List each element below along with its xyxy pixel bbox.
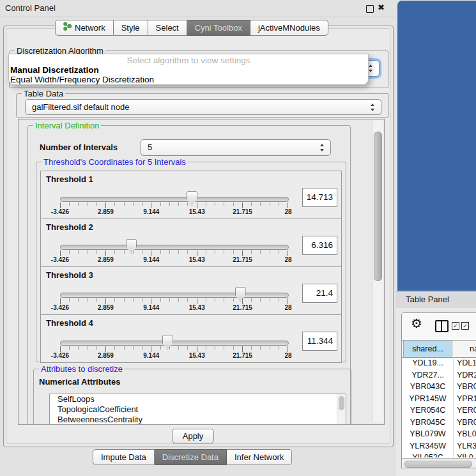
slider-track[interactable] xyxy=(60,197,289,202)
threshold-value-field[interactable]: 14.713 xyxy=(302,188,337,207)
combo-stepper-icon[interactable] xyxy=(368,64,374,73)
table-toolbar: ⚙ ✓ ✓ xyxy=(402,313,476,339)
network-window-frame: GAL80 GA C GAL11 GAL4 GCY1 H HAP2 xyxy=(397,1,476,291)
desktop: Control Panel ✖ Network Style xyxy=(0,0,476,476)
tab-cyni-toolbox[interactable]: Cyni Toolbox xyxy=(187,20,250,36)
cell: YER054C xyxy=(403,404,452,417)
control-panel-title: Control Panel xyxy=(5,3,56,13)
table-rows: YDL19...YDL1 YDR27...YDR2 YBR043CYBR0 YP… xyxy=(402,357,476,457)
slider-track[interactable] xyxy=(60,293,289,298)
thresholds-groupbox: Threshold's Coordinates for 5 Intervals … xyxy=(36,162,346,362)
slider-track[interactable] xyxy=(60,245,289,250)
tick-label: 21.715 xyxy=(224,256,262,263)
tick-label: 15.43 xyxy=(178,304,216,311)
number-of-intervals-combobox[interactable]: 5 xyxy=(141,139,331,156)
close-icon[interactable]: ✖ xyxy=(378,3,385,12)
tab-infer-network[interactable]: Infer Network xyxy=(227,449,292,465)
table-row[interactable]: YDL19...YDL1 xyxy=(402,357,476,369)
checkbox-icon[interactable]: ✓ xyxy=(452,322,459,330)
list-scrollbar[interactable] xyxy=(337,394,346,425)
cell: YBR0 xyxy=(457,381,476,393)
threshold-1-panel: Threshold 1 -3.426 2.859 9.144 15.43 xyxy=(40,171,342,219)
table-row[interactable]: YBR043CYBR0 xyxy=(402,381,476,393)
threshold-value-field[interactable]: 21.4 xyxy=(302,284,337,303)
float-window-icon[interactable] xyxy=(366,5,374,13)
thresholds-legend: Threshold's Coordinates for 5 Intervals xyxy=(42,157,188,167)
scrollbar-thumb[interactable] xyxy=(374,132,382,281)
table-data-combobox[interactable]: galFiltered.sif default node xyxy=(25,99,381,115)
network-graph-icon xyxy=(63,20,72,35)
algorithm-dropdown-popup: Select algorithm to view settings Manual… xyxy=(8,54,369,85)
dropdown-option-equal-width-frequency[interactable]: Equal Width/Frequency Discretization xyxy=(10,75,154,84)
tab-label: Discretize Data xyxy=(162,450,219,464)
threshold-value-field[interactable]: 11.344 xyxy=(302,332,337,351)
threshold-2-panel: Threshold 2 -3.426 2.859 9.144 15.43 xyxy=(40,219,342,267)
column-header-shared-name[interactable]: shared... xyxy=(403,341,452,357)
cyni-bottom-tabbar: Impute Data Discretize Data Infer Networ… xyxy=(93,449,292,465)
numerical-attributes-list[interactable]: SelfLoops TopologicalCoefficient Between… xyxy=(49,394,346,425)
column-header-name[interactable]: na xyxy=(453,341,476,357)
scrollbar-thumb[interactable] xyxy=(339,396,344,410)
tab-style[interactable]: Style xyxy=(114,20,148,36)
cell: YBR0 xyxy=(457,417,476,429)
threshold-panels: Threshold 1 -3.426 2.859 9.144 15.43 xyxy=(40,171,342,363)
tick-label: 28 xyxy=(269,208,307,215)
number-of-intervals-label: Number of Intervals xyxy=(40,142,118,152)
threshold-label: Threshold 1 xyxy=(46,174,93,184)
tick-label: 9.144 xyxy=(132,208,171,215)
settings-scrollbar[interactable] xyxy=(372,120,383,422)
tick-label: 21.715 xyxy=(224,352,262,359)
table-window: ⚙ ✓ ✓ shared... na YDL19...YDL1 YDR27...… xyxy=(401,312,476,468)
tick-label: 21.715 xyxy=(224,208,262,215)
cell: YBL0 xyxy=(457,428,476,440)
list-item[interactable]: SelfLoops xyxy=(50,394,346,404)
cell: YIL052C xyxy=(403,452,452,457)
tab-network[interactable]: Network xyxy=(55,20,114,36)
tick-label: 2.859 xyxy=(86,256,125,263)
slider-track[interactable] xyxy=(60,341,289,346)
threshold-3-panel: Threshold 3 -3.426 2.859 9.144 15.43 xyxy=(40,266,342,315)
combo-stepper-icon[interactable] xyxy=(370,103,376,112)
table-data-value: galFiltered.sif default node xyxy=(32,100,129,114)
cell: YBL079W xyxy=(403,428,452,440)
tick-label: 21.715 xyxy=(224,304,262,311)
list-item[interactable]: TopologicalCoefficient xyxy=(50,404,346,415)
tab-jactivemnodules[interactable]: jActiveMNodules xyxy=(250,20,328,36)
threshold-value-field[interactable]: 6.316 xyxy=(302,236,337,255)
dropdown-option-manual-discretization[interactable]: Manual Discretization xyxy=(10,65,99,75)
tick-label: 9.144 xyxy=(132,304,171,311)
combo-stepper-icon[interactable] xyxy=(319,143,325,152)
tick-label: 15.43 xyxy=(178,352,216,359)
cell: YBR043C xyxy=(403,381,452,393)
tick-label: -3.426 xyxy=(41,352,79,359)
table-horizontal-scrollbar[interactable] xyxy=(402,458,476,468)
attributes-groupbox: Attributes to discretize Numerical Attri… xyxy=(33,369,351,425)
tab-impute-data[interactable]: Impute Data xyxy=(93,449,155,465)
columns-icon[interactable] xyxy=(435,320,449,332)
tab-label: Network xyxy=(75,20,105,35)
cell: YDL1 xyxy=(457,357,476,369)
table-row[interactable]: YIL052CYIL0 xyxy=(402,452,476,457)
list-item[interactable]: BetweennessCentrality xyxy=(50,415,346,425)
gear-icon[interactable]: ⚙ xyxy=(411,317,422,330)
table-row[interactable]: YPR145WYPR1 xyxy=(402,393,476,405)
cell: YER0 xyxy=(457,404,476,417)
table-row[interactable]: YBR045CYBR0 xyxy=(402,417,476,429)
tab-discretize-data[interactable]: Discretize Data xyxy=(155,449,227,465)
control-panel-tabbar: Network Style Select Cyni Toolbox jActiv… xyxy=(55,20,328,36)
apply-button[interactable]: Apply xyxy=(172,429,214,443)
table-panel-header: Table Panel xyxy=(396,291,476,309)
table-row[interactable]: YLR345WYLR3 xyxy=(402,440,476,452)
table-row[interactable]: YER054CYER0 xyxy=(402,404,476,417)
table-panel-title: Table Panel xyxy=(406,295,449,304)
slider-scale: -3.426 2.859 9.144 15.43 21.715 28 xyxy=(60,256,288,264)
checkbox-icon[interactable]: ✓ xyxy=(461,322,469,330)
tick-label: 2.859 xyxy=(86,304,125,311)
number-of-intervals-value: 5 xyxy=(148,140,152,155)
tick-label: -3.426 xyxy=(41,256,79,263)
cell: YBR045C xyxy=(403,417,452,429)
table-row[interactable]: YDR27...YDR2 xyxy=(402,369,476,381)
table-row[interactable]: YBL079WYBL0 xyxy=(402,428,476,440)
tab-select[interactable]: Select xyxy=(148,20,187,36)
scrollbar-thumb[interactable] xyxy=(404,461,472,468)
